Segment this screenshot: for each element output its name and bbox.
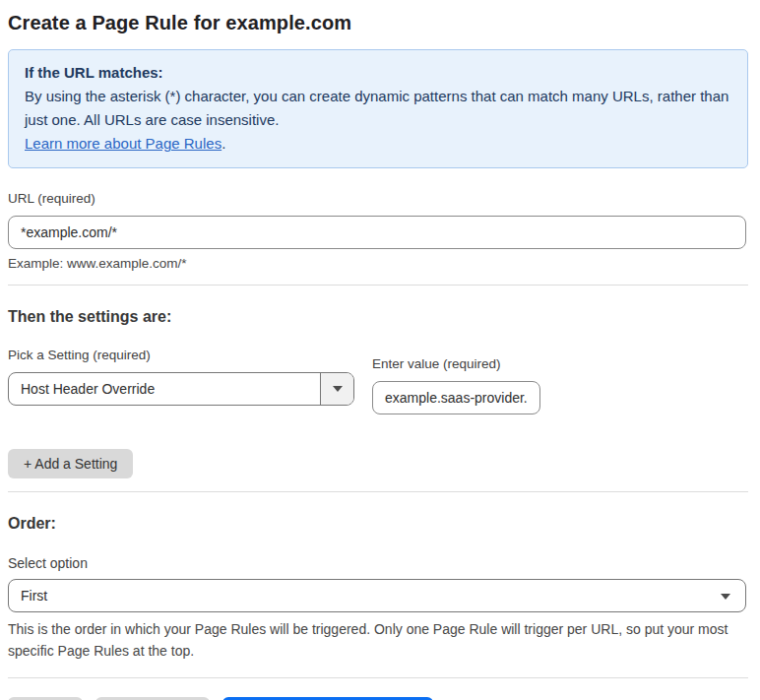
setting-value-label: Enter value (required) — [372, 356, 540, 372]
url-match-info-box: If the URL matches: By using the asteris… — [8, 49, 748, 168]
setting-select-arrow-button[interactable] — [320, 373, 353, 405]
info-box-body-text: By using the asterisk (*) character, you… — [25, 88, 728, 128]
link-suffix: . — [222, 135, 225, 152]
order-description: This is the order in which your Page Rul… — [8, 618, 744, 662]
info-box-body: By using the asterisk (*) character, you… — [25, 85, 731, 132]
learn-more-link[interactable]: Learn more about Page Rules — [25, 135, 222, 152]
setting-select-label: Pick a Setting (required) — [8, 348, 354, 363]
url-field-hint: Example: www.example.com/* — [8, 256, 748, 271]
info-box-link-line: Learn more about Page Rules. — [25, 132, 731, 156]
setting-value-column: Enter value (required) — [372, 356, 540, 414]
url-input[interactable] — [8, 216, 746, 249]
setting-value-input[interactable] — [372, 381, 540, 414]
setting-select[interactable]: Host Header Override — [8, 372, 354, 406]
add-setting-button[interactable]: + Add a Setting — [8, 449, 133, 478]
order-select-label: Select option — [8, 555, 748, 571]
divider — [8, 677, 748, 678]
info-box-heading: If the URL matches: — [25, 61, 731, 85]
order-select-value: First — [21, 588, 47, 604]
order-select[interactable]: First — [8, 579, 746, 612]
order-section-heading: Order: — [8, 515, 748, 533]
settings-section-heading: Then the settings are: — [8, 308, 748, 326]
chevron-down-icon — [333, 386, 343, 392]
page-title: Create a Page Rule for example.com — [8, 12, 748, 34]
create-page-rule-form: Create a Page Rule for example.com If th… — [0, 0, 760, 700]
divider — [8, 491, 748, 492]
settings-row: Pick a Setting (required) Host Header Ov… — [8, 348, 748, 414]
setting-select-column: Pick a Setting (required) Host Header Ov… — [8, 348, 354, 406]
setting-select-value: Host Header Override — [9, 373, 320, 405]
divider — [8, 285, 748, 286]
url-field-label: URL (required) — [8, 191, 748, 207]
chevron-down-icon — [721, 594, 730, 600]
